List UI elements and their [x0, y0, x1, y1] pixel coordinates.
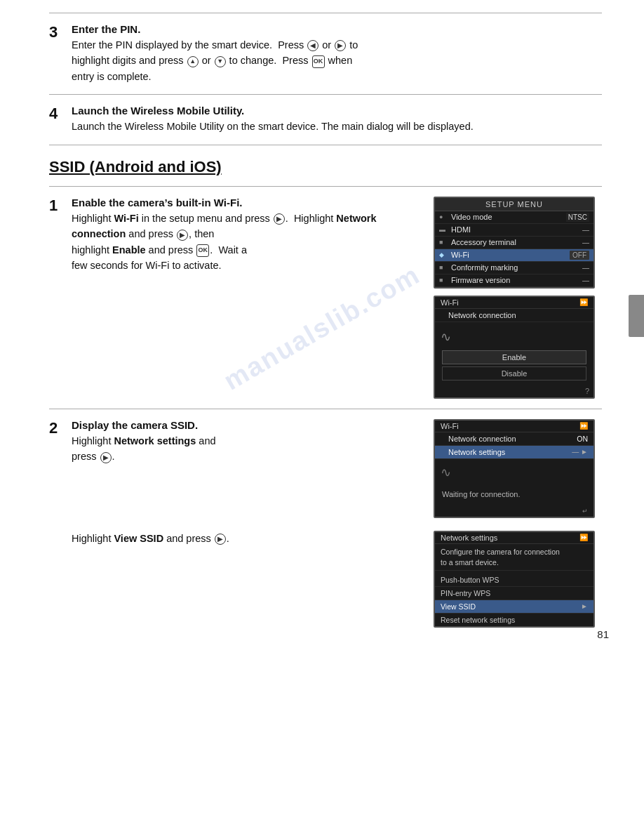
network-settings-bold: Network settings	[114, 435, 196, 446]
step-3-content: Enter the PIN. Enter the PIN displayed b…	[72, 23, 602, 84]
waiting-text: Waiting for connection.	[435, 482, 593, 504]
up-icon-1: ▲	[187, 56, 199, 67]
wifi-row: ◆ Wi-Fi OFF	[435, 249, 593, 262]
net-conn-on-value: ON	[577, 435, 588, 443]
step-3-number: 3	[49, 23, 72, 41]
ok-icon-2: OK	[196, 244, 209, 257]
step-4-title: Launch the Wireless Mobile Utility.	[72, 105, 602, 117]
hdmi-row: ▬ HDMI —	[435, 224, 593, 237]
hdmi-value: —	[582, 226, 589, 234]
arrow-right-icon-1: ▶	[335, 40, 346, 51]
net-settings-back-arrow: ⏩	[579, 534, 588, 541]
down-icon-1: ▼	[215, 56, 226, 67]
net-settings-row: Network settings — ►	[435, 446, 593, 459]
setup-menu-header: SETUP MENU	[435, 198, 593, 211]
network-conn-label: Network connection	[448, 311, 588, 319]
wifi-title-text: Wi-Fi	[441, 298, 459, 307]
step-1-content: Enable the camera’s built-in Wi-Fi. High…	[72, 197, 421, 274]
wifi-on-title: Wi-Fi ⏩	[435, 421, 593, 432]
conformity-label: Conformity marking	[451, 263, 582, 272]
step-3-block: 3 Enter the PIN. Enter the PIN displayed…	[49, 23, 602, 84]
wifi-submenu-title: Wi-Fi ⏩	[435, 297, 593, 309]
side-gray-bar	[629, 295, 644, 337]
video-mode-label: Video mode	[451, 213, 566, 221]
wifi-value: OFF	[570, 251, 589, 260]
page-number: 81	[597, 628, 609, 640]
step-4-block: 4 Launch the Wireless Mobile Utility. La…	[49, 105, 602, 134]
wifi-icon: ◆	[439, 251, 449, 258]
arrow-right-icon-2: ▶	[274, 213, 285, 225]
step-2-title: Display the camera SSID.	[72, 419, 421, 431]
step-1-number: 1	[49, 197, 72, 214]
arrow-right-icon-4: ▶	[100, 452, 112, 463]
question-mark: ?	[435, 385, 593, 397]
disable-box: Disable	[442, 366, 586, 380]
to-text-1: to	[349, 39, 358, 51]
setup-menu-screen: SETUP MENU ● Video mode NTSC ▬ HDMI — ■ …	[434, 197, 595, 289]
config-text: Configure the camera for connectionto a …	[435, 544, 593, 571]
step-1-left: 1 Enable the camera’s built-in Wi-Fi. Hi…	[49, 197, 421, 278]
step-4-number: 4	[49, 105, 72, 122]
step-2-lower: Highlight View SSID and press ▶. Network…	[49, 531, 602, 628]
step-1-inner: 1 Enable the camera’s built-in Wi-Fi. Hi…	[49, 197, 421, 274]
camera-icon: ●	[439, 213, 449, 220]
step-2-screens-right: Wi-Fi ⏩ Network connection ON Network se…	[434, 419, 602, 518]
wifi-on-screen: Wi-Fi ⏩ Network connection ON Network se…	[434, 419, 595, 518]
step-2-body: Highlight Network settings and press ▶.	[72, 433, 421, 465]
reset-network-item: Reset network settings	[435, 614, 593, 626]
enable-box: Enable	[442, 350, 586, 364]
step-1-title: Enable the camera’s built-in Wi-Fi.	[72, 197, 421, 208]
divider-2	[49, 145, 602, 145]
firmware-row: ■ Firmware version —	[435, 274, 593, 287]
accessory-icon: ■	[439, 239, 449, 246]
corner-arrow: ↵	[435, 504, 593, 517]
hdmi-label: HDMI	[451, 225, 582, 234]
step-4-content: Launch the Wireless Mobile Utility. Laun…	[72, 105, 602, 134]
video-mode-value: NTSC	[566, 213, 589, 222]
step-1-block: 1 Enable the camera’s built-in Wi-Fi. Hi…	[49, 197, 602, 399]
conformity-icon: ■	[439, 264, 449, 271]
firmware-icon: ■	[439, 277, 449, 284]
accessory-value: —	[582, 239, 589, 246]
wifi-on-back-arrow: ⏩	[579, 422, 588, 430]
net-settings-value: — ►	[572, 448, 588, 456]
view-ssid-item: View SSID ►	[435, 600, 593, 614]
step-2-left: 2 Display the camera SSID. Highlight Net…	[49, 419, 421, 469]
or-text-1: or	[322, 39, 334, 51]
enable-bold: Enable	[112, 244, 146, 256]
step-2-lower-screen: Network settings ⏩ Configure the camera …	[434, 531, 602, 628]
wifi-symbol-2: ∿	[441, 465, 451, 480]
video-mode-row: ● Video mode NTSC	[435, 211, 593, 224]
net-settings-title-text: Network settings	[441, 534, 497, 542]
wifi-icon-row-2: ∿	[435, 463, 593, 482]
wifi-icon-row: ∿	[435, 328, 593, 346]
corner-icon: ↵	[582, 508, 588, 515]
divider-3	[49, 186, 602, 187]
when-text-1: when	[328, 55, 353, 66]
step-1-body: Highlight Wi-Fi in the setup menu and pr…	[72, 211, 421, 274]
step-2-number: 2	[49, 419, 72, 437]
hdmi-icon: ▬	[439, 226, 449, 233]
step-3-title: Enter the PIN.	[72, 23, 602, 35]
wifi-label: Wi-Fi	[451, 251, 570, 259]
net-settings-screen-title: Network settings ⏩	[435, 532, 593, 544]
wifi-on-title-text: Wi-Fi	[441, 422, 459, 430]
step-2-lower-row: Highlight View SSID and press ▶. Network…	[72, 531, 602, 628]
view-ssid-bold: View SSID	[114, 533, 163, 544]
arrow-right-icon-3: ▶	[177, 230, 188, 241]
wifi-submenu-screen: Wi-Fi ⏩ Network connection ∿ Enable Disa…	[434, 296, 595, 399]
or-text-2: or	[202, 55, 214, 66]
step-2-lower-text: Highlight View SSID and press ▶.	[72, 531, 421, 546]
step-2-content: Display the camera SSID. Highlight Netwo…	[72, 419, 421, 465]
network-conn-row: Network connection	[435, 309, 593, 322]
firmware-value: —	[582, 277, 589, 284]
view-ssid-label: View SSID	[441, 602, 476, 611]
step-2-inner: 2 Display the camera SSID. Highlight Net…	[49, 419, 421, 465]
arrow-right-icon-5: ▶	[215, 534, 226, 545]
section-heading: SSID (Android and iOS)	[49, 158, 602, 176]
push-btn-wps: Push-button WPS	[435, 574, 593, 587]
step-4-body: Launch the Wireless Mobile Utility on th…	[72, 119, 602, 134]
firmware-label: Firmware version	[451, 276, 582, 284]
step-2-block: 2 Display the camera SSID. Highlight Net…	[49, 419, 602, 518]
view-ssid-text: Highlight View SSID and press ▶.	[72, 531, 421, 546]
